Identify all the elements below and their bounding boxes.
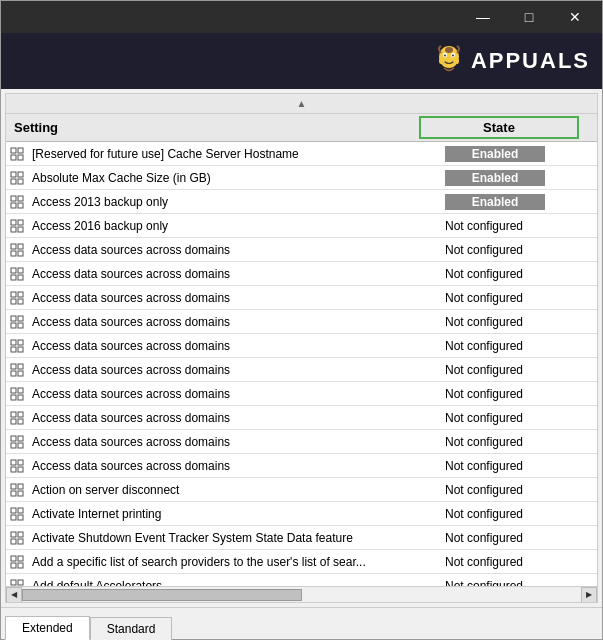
- svg-rect-8: [11, 148, 16, 153]
- svg-rect-30: [11, 275, 16, 280]
- row-policy-icon: [6, 459, 28, 473]
- row-state-value: Not configured: [437, 339, 597, 353]
- row-state-value: Not configured: [437, 267, 597, 281]
- row-setting-text: Activate Internet printing: [28, 507, 437, 521]
- row-setting-text: Absolute Max Cache Size (in GB): [28, 171, 437, 185]
- svg-rect-38: [11, 323, 16, 328]
- table-row[interactable]: [Reserved for future use] Cache Server H…: [6, 142, 597, 166]
- bottom-tabs: Extended Standard: [1, 607, 602, 639]
- tab-extended[interactable]: Extended: [5, 616, 90, 640]
- svg-rect-65: [18, 484, 23, 489]
- col-setting-header[interactable]: Setting: [6, 116, 419, 139]
- tab-standard[interactable]: Standard: [90, 617, 173, 640]
- row-state-value: Enabled: [437, 170, 597, 186]
- svg-rect-33: [18, 292, 23, 297]
- row-setting-text: Activate Shutdown Event Tracker System S…: [28, 531, 437, 545]
- svg-rect-58: [11, 443, 16, 448]
- toolbar-area: APPUALS: [1, 33, 602, 89]
- svg-rect-17: [18, 196, 23, 201]
- row-policy-icon: [6, 291, 28, 305]
- table-row[interactable]: Add a specific list of search providers …: [6, 550, 597, 574]
- svg-rect-10: [11, 155, 16, 160]
- row-setting-text: Access data sources across domains: [28, 363, 437, 377]
- table-row[interactable]: Add default AcceleratorsNot configured: [6, 574, 597, 586]
- content-area: ▲ Setting State [Reserved for future use…: [5, 93, 598, 603]
- svg-rect-61: [18, 460, 23, 465]
- scroll-right-button[interactable]: ▶: [581, 587, 597, 603]
- table-row[interactable]: Access 2013 backup onlyEnabled: [6, 190, 597, 214]
- svg-rect-50: [11, 395, 16, 400]
- table-row[interactable]: Access data sources across domainsNot co…: [6, 454, 597, 478]
- svg-rect-63: [18, 467, 23, 472]
- svg-rect-53: [18, 412, 23, 417]
- row-setting-text: Access data sources across domains: [28, 435, 437, 449]
- row-policy-icon: [6, 267, 28, 281]
- table-row[interactable]: Access data sources across domainsNot co…: [6, 358, 597, 382]
- table-row[interactable]: Access data sources across domainsNot co…: [6, 430, 597, 454]
- svg-rect-66: [11, 491, 16, 496]
- row-state-value: Not configured: [437, 315, 597, 329]
- table-row[interactable]: Activate Internet printingNot configured: [6, 502, 597, 526]
- table-row[interactable]: Activate Shutdown Event Tracker System S…: [6, 526, 597, 550]
- table-row[interactable]: Access data sources across domainsNot co…: [6, 382, 597, 406]
- svg-rect-32: [11, 292, 16, 297]
- svg-rect-44: [11, 364, 16, 369]
- row-state-value: Not configured: [437, 555, 597, 569]
- svg-rect-40: [11, 340, 16, 345]
- svg-point-3: [444, 55, 446, 57]
- svg-rect-64: [11, 484, 16, 489]
- table-row[interactable]: Absolute Max Cache Size (in GB)Enabled: [6, 166, 597, 190]
- table-header: Setting State: [6, 114, 597, 142]
- logo-area: APPUALS: [431, 43, 590, 79]
- logo-text: APPUALS: [471, 48, 590, 74]
- row-state-value: Enabled: [437, 146, 597, 162]
- svg-rect-27: [18, 251, 23, 256]
- row-setting-text: Access data sources across domains: [28, 459, 437, 473]
- svg-rect-79: [18, 563, 23, 568]
- svg-rect-31: [18, 275, 23, 280]
- svg-rect-29: [18, 268, 23, 273]
- table-row[interactable]: Action on server disconnectNot configure…: [6, 478, 597, 502]
- row-state-value: Not configured: [437, 363, 597, 377]
- svg-rect-54: [11, 419, 16, 424]
- svg-rect-26: [11, 251, 16, 256]
- table-row[interactable]: Access data sources across domainsNot co…: [6, 262, 597, 286]
- table-row[interactable]: Access data sources across domainsNot co…: [6, 310, 597, 334]
- svg-point-6: [439, 58, 443, 64]
- maximize-button[interactable]: □: [506, 1, 552, 33]
- svg-rect-67: [18, 491, 23, 496]
- svg-rect-49: [18, 388, 23, 393]
- svg-rect-48: [11, 388, 16, 393]
- svg-point-4: [452, 55, 454, 57]
- svg-point-5: [445, 47, 453, 53]
- table-row[interactable]: Access data sources across domainsNot co…: [6, 238, 597, 262]
- close-button[interactable]: ✕: [552, 1, 598, 33]
- title-bar: — □ ✕: [1, 1, 602, 33]
- table-row[interactable]: Access data sources across domainsNot co…: [6, 406, 597, 430]
- scroll-track[interactable]: [22, 587, 581, 602]
- row-setting-text: Access data sources across domains: [28, 411, 437, 425]
- scroll-left-button[interactable]: ◀: [6, 587, 22, 603]
- svg-rect-21: [18, 220, 23, 225]
- row-state-value: Not configured: [437, 579, 597, 587]
- svg-rect-74: [11, 539, 16, 544]
- svg-rect-13: [18, 172, 23, 177]
- sort-indicator: ▲: [6, 94, 597, 114]
- table-body[interactable]: [Reserved for future use] Cache Server H…: [6, 142, 597, 586]
- row-state-value: Not configured: [437, 411, 597, 425]
- row-setting-text: Add default Accelerators: [28, 579, 437, 587]
- svg-rect-25: [18, 244, 23, 249]
- table-row[interactable]: Access 2016 backup onlyNot configured: [6, 214, 597, 238]
- table-row[interactable]: Access data sources across domainsNot co…: [6, 286, 597, 310]
- svg-rect-78: [11, 563, 16, 568]
- svg-rect-24: [11, 244, 16, 249]
- scroll-thumb[interactable]: [22, 589, 302, 601]
- col-state-header[interactable]: State: [419, 116, 579, 139]
- row-policy-icon: [6, 531, 28, 545]
- minimize-button[interactable]: —: [460, 1, 506, 33]
- svg-rect-72: [11, 532, 16, 537]
- table-row[interactable]: Access data sources across domainsNot co…: [6, 334, 597, 358]
- row-state-value: Not configured: [437, 531, 597, 545]
- horizontal-scrollbar[interactable]: ◀ ▶: [6, 586, 597, 602]
- row-setting-text: Access data sources across domains: [28, 315, 437, 329]
